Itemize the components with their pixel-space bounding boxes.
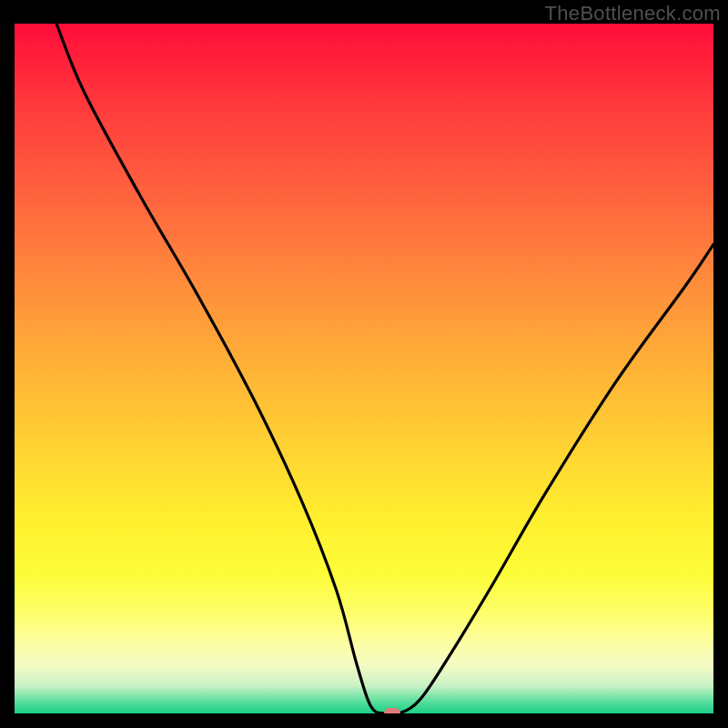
plot-area [15,24,713,713]
watermark-text: TheBottleneck.com [545,2,721,25]
bottleneck-curve-path [56,24,713,713]
optimum-marker [384,708,400,713]
curve-svg [15,24,713,713]
chart-frame: TheBottleneck.com [0,0,728,728]
